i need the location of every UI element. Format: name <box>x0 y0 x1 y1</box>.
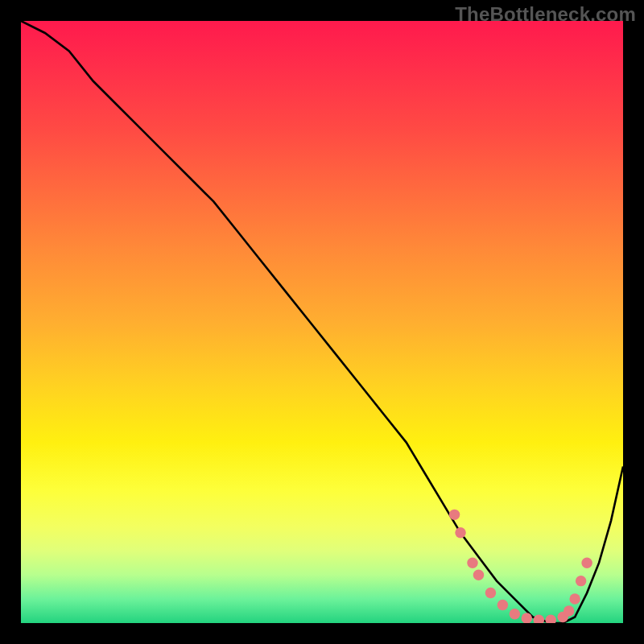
curve-point <box>546 615 556 623</box>
chart-frame: TheBottleneck.com <box>0 0 644 644</box>
curve-point <box>485 588 496 598</box>
curve-point <box>449 510 460 520</box>
curve-point <box>467 557 477 568</box>
curve-point <box>581 557 592 568</box>
curve-point <box>569 593 580 604</box>
watermark-text: TheBottleneck.com <box>455 3 636 26</box>
curve-point <box>534 615 544 623</box>
curve-point <box>576 576 586 586</box>
plot-area <box>21 21 623 623</box>
curve-layer <box>21 21 623 623</box>
bottleneck-curve <box>21 21 623 623</box>
curve-point <box>473 569 484 580</box>
curve-point <box>497 600 508 610</box>
curve-point <box>455 527 465 538</box>
curve-point <box>564 605 574 616</box>
curve-point <box>510 609 520 619</box>
